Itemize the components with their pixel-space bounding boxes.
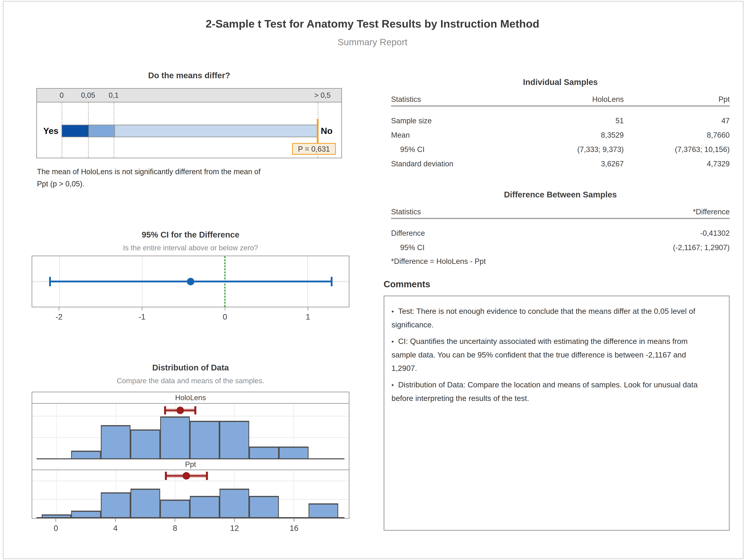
comments-box: Test: There is not enough evidence to co… (384, 295, 730, 531)
no-label: No (321, 125, 332, 137)
table-row-label: Standard deviation (391, 160, 509, 168)
ci-axis-tick-label: 0 (223, 312, 227, 321)
histogram-bar (190, 421, 220, 459)
table-row-value: 8,7660 (624, 131, 730, 139)
sig-bar-segment (115, 125, 317, 137)
distribution-axis-tick (234, 519, 235, 522)
ci-axis-tick-label: -2 (56, 312, 63, 321)
distribution-axis-tick-label: 4 (113, 524, 118, 533)
table-row-value: 47 (624, 117, 730, 125)
individual-samples-title: Individual Samples (391, 77, 730, 87)
histogram-bar (190, 496, 220, 518)
table-header-cell: Ppt (624, 95, 730, 104)
histogram-baseline (37, 458, 345, 459)
difference-footnote: *Difference = HoloLens - Ppt (391, 257, 486, 266)
table-row: 95% CI(-2,1167; 1,2907) (391, 241, 730, 255)
table-row: Sample size5147 (391, 114, 730, 128)
distribution-axis-tick-label: 12 (230, 524, 239, 533)
histogram-hololens (32, 404, 349, 459)
table-header-cell: Statistics (391, 95, 509, 104)
conclusion-line-2: Ppt (p > 0,05). (37, 178, 261, 190)
table-row-label: Difference (391, 229, 624, 238)
histogram-bar (279, 446, 309, 459)
individual-samples-table: StatisticsHoloLensPptSample size5147Mean… (391, 93, 730, 171)
significance-plot-area: Yes No P = 0,631 (37, 102, 342, 158)
comments-list: Test: There is not enough evidence to co… (384, 296, 729, 405)
comment-item: Distribution of Data: Compare the locati… (391, 378, 705, 405)
distribution-axis-tick-label: 8 (173, 524, 177, 533)
distribution-axis-tick (175, 519, 175, 522)
histogram-ppt (32, 470, 349, 518)
distribution-axis-tick-label: 16 (290, 524, 298, 533)
conclusion-line-1: The mean of HoloLens is not significantl… (37, 165, 261, 178)
table-spacer (391, 219, 730, 226)
histogram-x-gridline (293, 470, 294, 518)
distribution-axis-tick-label: 0 (54, 524, 58, 533)
ci-axis-tick (307, 307, 308, 310)
ci-axis-tick-label: -1 (138, 312, 145, 321)
distribution-axis-tick (115, 519, 116, 522)
table-spacer (391, 106, 730, 114)
histogram-x-gridline (56, 404, 57, 459)
sig-tick-label: > 0,5 (314, 91, 330, 99)
histogram-bar (249, 446, 279, 459)
ci-axis-tick (59, 307, 59, 310)
table-row-value: 3,6267 (509, 160, 624, 168)
histogram-bar (220, 421, 249, 459)
mean-ci-upper-cap (206, 472, 208, 480)
significance-chart: 00,050,1> 0,5 Yes No P = 0,631 (36, 88, 342, 158)
distribution-axis-tick (56, 519, 56, 522)
sig-tick-label: 0,1 (109, 91, 119, 99)
ci-chart-subtitle: Is the entire interval above or below ze… (32, 244, 349, 252)
histogram-bar (130, 430, 160, 459)
page-subtitle: Summary Report (0, 37, 745, 48)
table-row-value: 51 (509, 117, 624, 125)
histogram-bar (249, 496, 279, 518)
table-header-row: Statistics*Difference (391, 206, 730, 218)
table-row: Standard deviation3,62674,7329 (391, 157, 730, 171)
comments-title: Comments (384, 279, 430, 289)
sig-tick-label: 0,05 (81, 91, 95, 99)
table-header-cell: HoloLens (509, 95, 624, 104)
significance-bar (62, 125, 318, 137)
mean-point (176, 407, 184, 414)
significance-conclusion-text: The mean of HoloLens is not significantl… (37, 165, 261, 190)
ci-upper-cap (331, 277, 332, 286)
ci-axis-tick-label: 1 (306, 312, 310, 321)
distribution-x-axis: 0481216 (32, 519, 349, 538)
table-row-label: 95% CI (391, 243, 624, 252)
histogram-group-label-hololens: HoloLens (32, 392, 349, 404)
histogram-bar (309, 503, 338, 518)
histogram-y-gridline (32, 480, 349, 481)
ci-axis-tick (142, 307, 142, 310)
distribution-axis-tick (294, 519, 294, 522)
table-row: Mean8,35298,7660 (391, 128, 730, 143)
table-row-label: 95% CI (391, 145, 509, 154)
table-header-cell: Statistics (391, 208, 624, 216)
table-row-value: 4,7329 (624, 160, 730, 168)
mean-ci-upper-cap (194, 406, 196, 414)
mean-ci-lower-cap (164, 406, 166, 414)
table-row-label: Mean (391, 131, 509, 139)
histogram-group-label-ppt: Ppt (32, 459, 349, 470)
table-row-value: -0,41302 (624, 229, 730, 238)
p-value-marker-line (317, 119, 319, 143)
histogram-bar (101, 492, 130, 518)
comment-item: Test: There is not enough evidence to co… (391, 305, 705, 332)
histogram-baseline (37, 517, 345, 518)
ci-chart (32, 256, 349, 307)
histogram-bar (130, 489, 160, 518)
difference-table-title: Difference Between Samples (391, 190, 730, 199)
histogram-y-gridline (32, 416, 349, 416)
mean-point (183, 472, 190, 479)
yes-label: Yes (37, 125, 58, 137)
table-header-cell: *Difference (624, 208, 730, 216)
ci-estimate-point (187, 278, 194, 285)
distribution-chart-subtitle: Compare the data and means of the sample… (32, 377, 349, 385)
histogram-bar (160, 500, 190, 518)
table-row-value: (7,333; 9,373) (509, 145, 624, 154)
table-row-value: 8,3529 (509, 131, 624, 139)
histogram-bar (160, 416, 190, 459)
histogram-x-gridline (56, 470, 57, 518)
table-row-value: (7,3763; 10,156) (624, 145, 730, 154)
